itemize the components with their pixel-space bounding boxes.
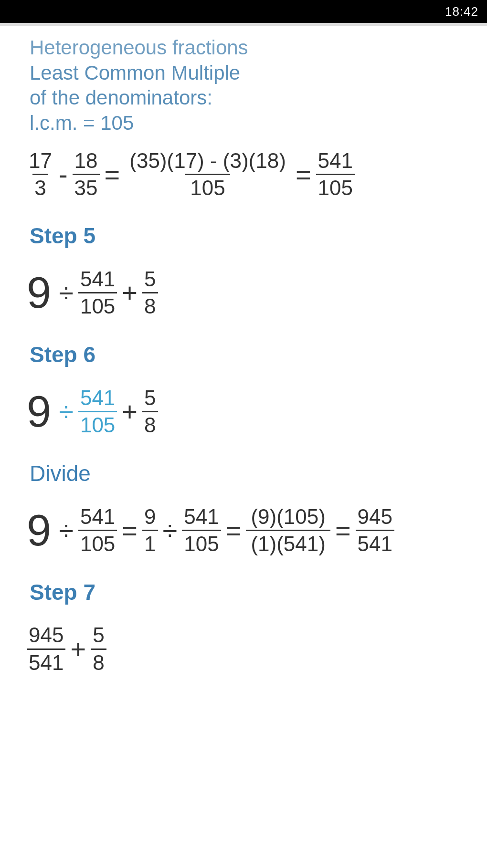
denominator: 541 — [356, 530, 394, 555]
divide-op: ÷ — [59, 515, 74, 546]
denominator: 105 — [78, 292, 117, 317]
step-7-title: Step 7 — [30, 579, 468, 605]
fraction: 945 541 — [27, 624, 65, 673]
denominator: 105 — [78, 411, 117, 436]
denominator: 8 — [142, 292, 158, 317]
description-block: Heterogeneous fractions Least Common Mul… — [30, 35, 468, 136]
numerator: 9 — [142, 506, 158, 530]
numerator: 5 — [142, 268, 158, 292]
desc-line-4: l.c.m. = 105 — [30, 111, 468, 136]
denominator: 105 — [185, 174, 230, 199]
equals: = — [335, 515, 351, 546]
plus-op: + — [122, 277, 138, 308]
numerator: 541 — [316, 150, 355, 174]
numerator: 945 — [356, 506, 394, 530]
fraction: 541 105 — [78, 387, 117, 436]
divide-row: 9 ÷ 541 105 = 9 1 ÷ 541 105 = (9)(105) (… — [27, 505, 468, 555]
fraction: 541 105 — [78, 506, 117, 555]
status-time: 18:42 — [445, 4, 478, 19]
content: Heterogeneous fractions Least Common Mul… — [0, 26, 487, 688]
plus-op: + — [122, 396, 138, 427]
denominator: 8 — [91, 648, 106, 674]
fraction: 541 105 — [316, 150, 355, 199]
minus-op: - — [59, 159, 68, 190]
desc-line-2: Least Common Multiple — [30, 61, 468, 86]
equals: = — [296, 159, 311, 190]
equals: = — [105, 159, 120, 190]
numerator: (9)(105) — [246, 506, 330, 530]
numerator: 541 — [182, 506, 221, 530]
numerator: (35)(17) - (3)(18) — [125, 150, 291, 174]
numerator: 5 — [142, 387, 158, 411]
fraction: 18 35 — [73, 150, 100, 199]
fraction: 5 8 — [91, 624, 106, 673]
denominator: 35 — [73, 174, 100, 199]
fraction: 541 105 — [182, 506, 221, 555]
equals: = — [226, 515, 242, 546]
fraction: 9 1 — [142, 506, 158, 555]
fraction: 541 105 — [78, 268, 117, 317]
fraction: 5 8 — [142, 268, 158, 317]
desc-line-3: of the denominators: — [30, 85, 468, 111]
numerator: 17 — [27, 150, 54, 174]
fraction: 5 8 — [142, 387, 158, 436]
big-nine: 9 — [27, 505, 51, 555]
plus-op: + — [70, 634, 86, 665]
big-nine: 9 — [27, 268, 51, 318]
lcm-row: 17 3 - 18 35 = (35)(17) - (3)(18) 105 = … — [27, 150, 468, 199]
fraction: 945 541 — [356, 506, 394, 555]
denominator: 1 — [142, 530, 158, 555]
denominator: 8 — [142, 411, 158, 436]
divide-title: Divide — [30, 460, 468, 486]
step-6-row: 9 ÷ 541 105 + 5 8 — [27, 387, 468, 437]
divide-op: ÷ — [59, 396, 74, 427]
status-bar: 18:42 — [0, 0, 487, 23]
numerator: 945 — [27, 624, 65, 648]
numerator: 18 — [73, 150, 100, 174]
numerator: 541 — [78, 506, 117, 530]
desc-line-1: Heterogeneous fractions — [30, 35, 468, 61]
denominator: 105 — [316, 174, 355, 199]
numerator: 541 — [78, 268, 117, 292]
fraction: 17 3 — [27, 150, 54, 199]
numerator: 5 — [91, 624, 106, 648]
denominator: 105 — [78, 530, 117, 555]
divide-op: ÷ — [163, 515, 178, 546]
numerator: 541 — [78, 387, 117, 411]
denominator: 541 — [27, 648, 65, 674]
step-7-row: 945 541 + 5 8 — [27, 624, 468, 673]
denominator: (1)(541) — [246, 530, 330, 555]
step-6-title: Step 6 — [30, 342, 468, 367]
step-5-title: Step 5 — [30, 223, 468, 249]
fraction: (9)(105) (1)(541) — [246, 506, 330, 555]
step-5-row: 9 ÷ 541 105 + 5 8 — [27, 268, 468, 318]
denominator: 3 — [32, 174, 48, 199]
divide-op: ÷ — [59, 277, 74, 308]
equals: = — [122, 515, 138, 546]
fraction: (35)(17) - (3)(18) 105 — [125, 150, 291, 199]
big-nine: 9 — [27, 387, 51, 437]
denominator: 105 — [182, 530, 221, 555]
